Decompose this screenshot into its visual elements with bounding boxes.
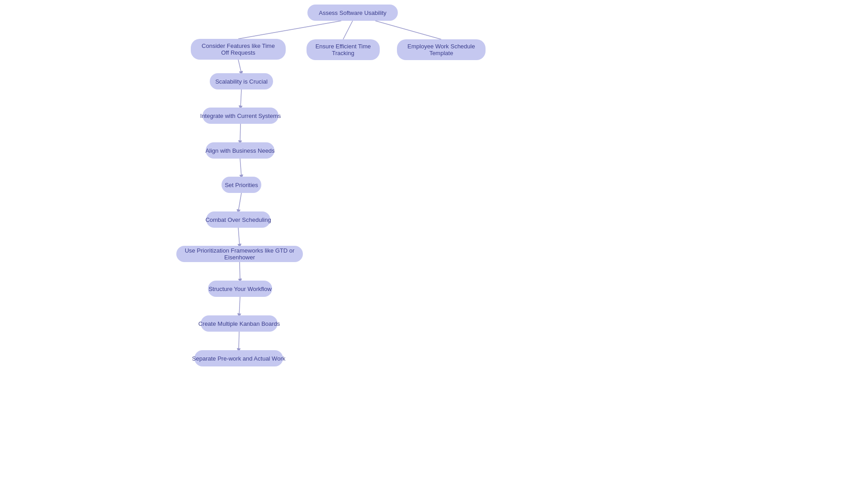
svg-line-0 bbox=[238, 21, 341, 39]
node-assess: Assess Software Usability bbox=[307, 5, 398, 21]
svg-line-4 bbox=[241, 89, 241, 108]
diagram-container: Assess Software Usability Consider Featu… bbox=[0, 0, 868, 488]
node-combat: Combat Over Scheduling bbox=[206, 211, 270, 228]
node-ensure: Ensure Efficient Time Tracking bbox=[307, 39, 380, 60]
svg-line-9 bbox=[240, 262, 240, 281]
svg-line-1 bbox=[343, 21, 353, 39]
node-employee: Employee Work Schedule Template bbox=[397, 39, 486, 60]
svg-line-6 bbox=[240, 159, 241, 177]
svg-line-2 bbox=[375, 21, 441, 39]
connections-svg bbox=[0, 0, 868, 488]
svg-line-10 bbox=[239, 297, 240, 315]
node-align: Align with Business Needs bbox=[206, 142, 274, 159]
svg-line-5 bbox=[240, 124, 241, 142]
node-set: Set Priorities bbox=[222, 177, 261, 193]
node-integrate: Integrate with Current Systems bbox=[203, 108, 278, 124]
node-consider: Consider Features like Time Off Requests bbox=[191, 39, 286, 60]
node-use: Use Prioritization Frameworks like GTD o… bbox=[176, 246, 303, 262]
node-create: Create Multiple Kanban Boards bbox=[201, 315, 278, 332]
node-separate: Separate Pre-work and Actual Work bbox=[194, 350, 283, 366]
svg-line-8 bbox=[238, 228, 240, 246]
svg-line-7 bbox=[238, 193, 241, 211]
svg-line-3 bbox=[238, 60, 241, 73]
node-structure: Structure Your Workflow bbox=[208, 281, 272, 297]
node-scalability: Scalability is Crucial bbox=[210, 73, 273, 89]
svg-line-11 bbox=[239, 332, 239, 350]
